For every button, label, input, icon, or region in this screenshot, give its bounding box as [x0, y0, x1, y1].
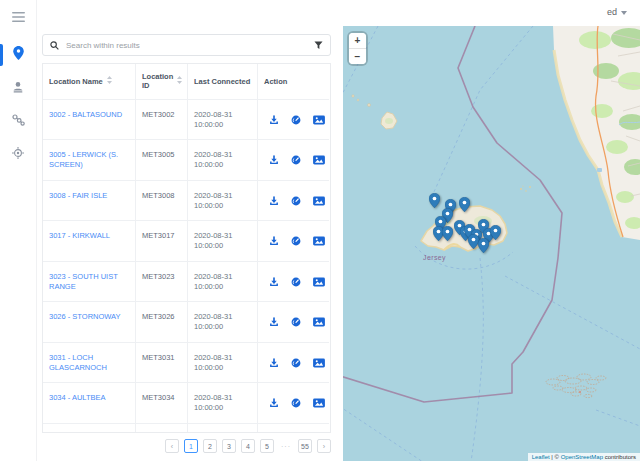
results-panel: Location NameLocation IDLast ConnectedAc… [36, 26, 343, 461]
location-link[interactable]: 3005 - LERWICK (S. SCREEN) [49, 150, 118, 169]
download-icon[interactable] [269, 155, 279, 165]
dashboard-icon[interactable] [291, 317, 301, 327]
action-cell [258, 221, 329, 262]
location-name-cell: 3002 - BALTASOUND [43, 100, 136, 141]
map-marker-icon[interactable] [442, 226, 453, 241]
dashboard-icon[interactable] [291, 196, 301, 206]
table-row: 3034 - AULTBEAMET30342020-08-3110:00:00 [43, 383, 330, 424]
location-link[interactable]: 3023 - SOUTH UIST RANGE [49, 272, 118, 291]
location-link[interactable]: 3026 - STORNOWAY [49, 312, 121, 321]
map-marker-icon[interactable] [478, 238, 489, 253]
column-header-location-id[interactable]: Location ID [136, 64, 188, 100]
column-header-last-connected: Last Connected [188, 64, 258, 100]
last-connected-cell: 2020-08-3110:00:00 [188, 383, 258, 424]
user-name: ed [607, 7, 617, 17]
page-button-1[interactable]: 1 [184, 439, 198, 453]
dashboard-icon[interactable] [291, 236, 301, 246]
image-icon[interactable] [313, 277, 325, 287]
image-icon[interactable] [313, 358, 325, 368]
image-icon[interactable] [313, 155, 325, 165]
download-icon[interactable] [269, 196, 279, 206]
download-icon[interactable] [269, 277, 279, 287]
map-marker-icon[interactable] [459, 197, 470, 212]
openstreetmap-link[interactable]: OpenStreetMap [561, 454, 603, 460]
last-connected-cell: 2020-08-3110:00:00 [188, 181, 258, 222]
location-link[interactable]: 3002 - BALTASOUND [49, 110, 122, 119]
search-input[interactable] [64, 40, 309, 51]
location-id-cell: MET3017 [136, 221, 188, 262]
sidebar-item-locations[interactable] [0, 42, 36, 68]
location-id-cell: MET3039 [136, 424, 188, 433]
chevron-down-icon [621, 7, 627, 17]
location-id-cell: MET3031 [136, 343, 188, 384]
location-link[interactable]: 3017 - KIRKWALL [49, 231, 110, 240]
leaflet-link[interactable]: Leaflet [532, 454, 550, 460]
page-button-55[interactable]: 55 [298, 439, 312, 453]
download-icon[interactable] [269, 398, 279, 408]
topbar: ed [36, 0, 640, 26]
location-name-cell: 3008 - FAIR ISLE [43, 181, 136, 222]
table-row: 3026 - STORNOWAYMET30262020-08-3110:00:0… [43, 302, 330, 343]
island-label: Jersey [423, 254, 446, 262]
location-name-cell: 3039 - BEALACH NA BA [43, 424, 136, 433]
pagination: ‹12345···55› [42, 433, 331, 453]
page-button-5[interactable]: 5 [260, 439, 274, 453]
sort-icon[interactable] [177, 76, 182, 86]
attribution-suffix: contributors [603, 454, 636, 460]
location-link[interactable]: 3031 - LOCH GLASCARNOCH [49, 353, 107, 372]
dashboard-icon[interactable] [291, 115, 301, 125]
dashboard-icon[interactable] [291, 277, 301, 287]
location-link[interactable]: 3008 - FAIR ISLE [49, 191, 107, 200]
page-button-4[interactable]: 4 [241, 439, 255, 453]
user-menu[interactable]: ed [607, 7, 627, 17]
table-row: 3017 - KIRKWALLMET30172020-08-3110:00:00 [43, 221, 330, 262]
image-icon[interactable] [313, 236, 325, 246]
sort-icon[interactable] [107, 76, 112, 86]
pagination-next-button[interactable]: › [317, 439, 331, 453]
column-label: Action [264, 77, 287, 86]
user-icon [12, 79, 24, 97]
pagination-prev-button[interactable]: ‹ [165, 439, 179, 453]
sidebar-item-users[interactable] [0, 75, 36, 101]
location-link[interactable]: 3034 - AULTBEA [49, 393, 106, 402]
location-name-cell: 3031 - LOCH GLASCARNOCH [43, 343, 136, 384]
map-container[interactable]: Jersey + − Leaflet | © OpenStreetMap con… [343, 26, 640, 461]
page-button-2[interactable]: 2 [203, 439, 217, 453]
zoom-out-button[interactable]: − [349, 49, 366, 64]
image-icon[interactable] [313, 317, 325, 327]
page-button-3[interactable]: 3 [222, 439, 236, 453]
menu-toggle-button[interactable] [0, 4, 36, 30]
dashboard-icon[interactable] [291, 155, 301, 165]
dashboard-icon[interactable] [291, 358, 301, 368]
zoom-in-button[interactable]: + [349, 33, 366, 49]
column-label: Location ID [142, 72, 173, 91]
active-indicator [0, 44, 3, 66]
last-connected-cell: 2020-08-3110:00:00 [188, 424, 258, 433]
download-icon[interactable] [269, 358, 279, 368]
column-header-location-name[interactable]: Location Name [43, 64, 136, 100]
search-icon [50, 36, 59, 54]
action-cell [258, 181, 329, 222]
download-icon[interactable] [269, 115, 279, 125]
image-icon[interactable] [313, 115, 325, 125]
column-label: Last Connected [194, 77, 250, 86]
map-marker-icon[interactable] [429, 193, 440, 208]
download-icon[interactable] [269, 236, 279, 246]
sidebar-item-connections[interactable] [0, 108, 36, 134]
image-icon[interactable] [313, 398, 325, 408]
last-connected-cell: 2020-08-3110:00:00 [188, 262, 258, 303]
table-row: 3008 - FAIR ISLEMET30082020-08-3110:00:0… [43, 181, 330, 222]
image-icon[interactable] [313, 196, 325, 206]
map-marker-icon[interactable] [490, 225, 501, 240]
filter-icon[interactable] [314, 41, 323, 50]
sidebar-item-tracking[interactable] [0, 141, 36, 167]
column-header-action: Action [258, 64, 329, 100]
location-id-cell: MET3023 [136, 262, 188, 303]
action-cell [258, 424, 329, 433]
location-pin-icon [13, 46, 24, 64]
dashboard-icon[interactable] [291, 398, 301, 408]
download-icon[interactable] [269, 317, 279, 327]
table-row: 3023 - SOUTH UIST RANGEMET30232020-08-31… [43, 262, 330, 303]
table-row: 3005 - LERWICK (S. SCREEN)MET30052020-08… [43, 140, 330, 181]
table-body: 3002 - BALTASOUNDMET30022020-08-3110:00:… [43, 100, 330, 433]
